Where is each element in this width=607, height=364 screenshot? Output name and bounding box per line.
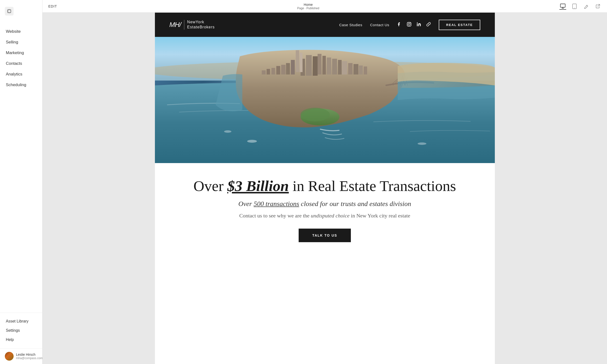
svg-rect-19 [327,57,331,75]
aerial-city-svg [155,37,495,163]
sidebar-item-asset-library[interactable]: Asset Library [0,317,42,326]
site-content: Over $3 Billion in Real Estate Transacti… [155,163,495,262]
user-info: Leslie Hirsch mha@compass.com [16,353,43,360]
sidebar-item-settings[interactable]: Settings [0,326,42,335]
preview-area: MH/ NewYork EstateBrokers Case Studies C… [42,13,607,364]
svg-point-6 [408,23,410,25]
svg-point-42 [418,143,426,145]
svg-rect-22 [338,60,342,75]
svg-point-7 [410,23,410,23]
svg-rect-0 [5,7,13,15]
subheadline-underline: 500 transactions [254,200,299,208]
logo-mark: MH/ [170,21,181,29]
subheadline-prefix: Over [238,200,254,208]
logo-line2: EstateBrokers [187,25,215,30]
svg-rect-28 [286,63,290,75]
svg-point-35 [301,108,330,121]
svg-point-9 [417,22,418,23]
site-logo: MH/ NewYork EstateBrokers [170,20,215,30]
svg-rect-30 [276,66,280,75]
topbar-center: Home Page · Published [297,3,319,10]
sidebar-item-selling[interactable]: Selling [0,37,42,48]
sidebar-user[interactable]: Leslie Hirsch mha@compass.com [0,348,42,364]
sidebar-nav: Website Selling Marketing Contacts Analy… [0,24,42,312]
talk-to-us-button[interactable]: TALK TO US [299,229,351,242]
main-area: EDIT Home Page · Published [42,0,607,364]
svg-rect-26 [359,65,363,75]
svg-rect-15 [296,50,299,72]
desc-suffix: in New York city real estate [350,213,410,219]
sidebar-item-scheduling[interactable]: Scheduling [0,80,42,90]
svg-rect-23 [342,61,347,75]
page-status: Page · Published [297,7,319,10]
site-nav: MH/ NewYork EstateBrokers Case Studies C… [155,13,495,37]
avatar [5,352,13,361]
logo-divider [184,20,184,30]
topbar-right [559,3,601,10]
svg-rect-24 [348,63,353,75]
user-name: Leslie Hirsch [16,353,43,356]
sidebar-item-website[interactable]: Website [0,26,42,37]
subheadline-suffix: closed for our trusts and estates divisi… [299,200,411,208]
svg-rect-17 [317,54,321,75]
logo-text: NewYork EstateBrokers [187,20,215,30]
site-description: Contact us to see why we are the undispu… [174,213,475,219]
logo-line1: NewYork [187,20,215,25]
instagram-icon[interactable] [407,22,411,28]
svg-rect-8 [417,24,418,26]
desc-prefix: Contact us to see why we are the [239,213,311,219]
user-email: mha@compass.com [16,356,43,360]
nav-link-contact-us[interactable]: Contact Us [370,23,389,27]
sidebar-item-analytics[interactable]: Analytics [0,69,42,80]
headline-prefix: Over [194,178,227,194]
svg-rect-16 [300,53,303,72]
svg-point-4 [574,8,575,8]
nav-cta-button[interactable]: REAL ESTATE [439,20,480,30]
svg-rect-27 [364,66,367,75]
page-label: Home [304,3,313,7]
external-link-icon[interactable] [594,3,601,10]
svg-rect-31 [271,68,275,75]
desktop-view-icon[interactable] [559,3,566,10]
svg-point-41 [224,130,231,133]
svg-rect-14 [313,56,317,76]
sidebar-item-contacts[interactable]: Contacts [0,58,42,69]
desc-italic: undisputed choice [311,213,349,219]
facebook-icon[interactable] [397,22,402,28]
svg-point-40 [247,140,257,143]
design-icon[interactable] [583,3,590,10]
svg-rect-13 [306,55,312,76]
link-icon[interactable] [426,22,431,28]
headline-bold: $3 Billion [227,178,289,194]
site-headline: Over $3 Billion in Real Estate Transacti… [174,178,475,194]
topbar-left: EDIT [48,4,57,8]
topbar: EDIT Home Page · Published [42,0,607,13]
svg-rect-2 [560,4,565,7]
svg-rect-25 [354,64,358,75]
sidebar-bottom: Asset Library Settings Help [0,312,42,348]
svg-rect-33 [262,70,266,75]
svg-rect-32 [267,69,270,75]
sidebar-item-marketing[interactable]: Marketing [0,48,42,58]
site-subheadline: Over 500 transactions closed for our tru… [174,200,475,208]
linkedin-icon[interactable] [416,22,421,28]
svg-rect-21 [332,59,337,75]
squarespace-logo-icon [5,7,13,15]
sidebar-logo[interactable] [0,0,42,24]
website-frame: MH/ NewYork EstateBrokers Case Studies C… [155,13,495,364]
nav-link-case-studies[interactable]: Case Studies [339,23,362,27]
edit-label[interactable]: EDIT [48,4,57,8]
site-nav-icons [397,22,431,28]
tablet-view-icon[interactable] [571,3,578,10]
site-nav-links: Case Studies Contact Us [339,20,480,30]
sidebar: Website Selling Marketing Contacts Analy… [0,0,42,364]
hero-image [155,37,495,163]
sidebar-item-help[interactable]: Help [0,335,42,344]
svg-rect-20 [291,60,295,75]
svg-rect-29 [281,65,286,75]
svg-rect-18 [322,56,326,75]
headline-suffix: in Real Estate Transactions [289,178,456,194]
